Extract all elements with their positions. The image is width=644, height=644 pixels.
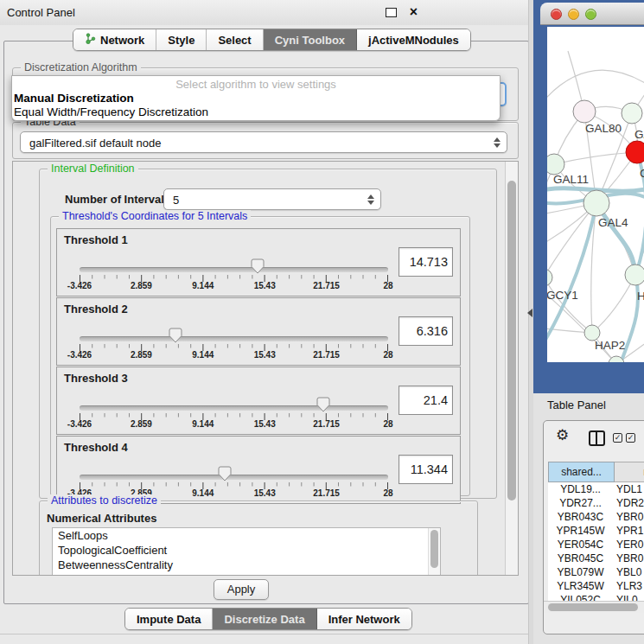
table-row[interactable]: YLR345WYLR3 <box>548 579 644 593</box>
node-label-gal4: GAL4 <box>598 216 628 229</box>
table-row[interactable]: YDR27...YDR2 <box>548 496 644 510</box>
network-node-gcy1[interactable] <box>547 269 552 286</box>
table-data-value: galFiltered.sif default node <box>29 136 161 149</box>
network-edge[interactable] <box>592 275 635 333</box>
tick-label: -3.426 <box>67 281 92 290</box>
table-hscrollbar-thumb[interactable] <box>548 603 638 611</box>
network-node-node-top-right[interactable] <box>622 103 642 124</box>
slider-track[interactable] <box>80 267 388 272</box>
tab-discretize-data[interactable]: Discretize Data <box>213 609 316 629</box>
tab-network[interactable]: Network <box>73 29 156 50</box>
network-edge[interactable] <box>554 152 637 164</box>
network-node-gal4[interactable] <box>583 190 609 216</box>
tick-label: 21.715 <box>313 281 340 290</box>
tick-label: 9.144 <box>192 281 214 290</box>
table-row[interactable]: YER054CYER0 <box>548 538 644 552</box>
tab-select[interactable]: Select <box>207 29 263 50</box>
tab-impute-data[interactable]: Impute Data <box>125 609 213 629</box>
slider-track[interactable] <box>80 405 388 411</box>
number-of-intervals-label: Number of Intervals <box>65 193 170 206</box>
table-row[interactable]: YPR145WYPR1 <box>548 524 644 538</box>
tick-label: 9.144 <box>192 350 214 360</box>
attribute-item-topologicalcoefficient[interactable]: TopologicalCoefficient <box>53 543 440 558</box>
combo-stepper-icon <box>494 137 501 148</box>
divider-collapse-handle[interactable] <box>527 309 532 317</box>
apply-button[interactable]: Apply <box>214 579 269 600</box>
tab-cyni-toolbox[interactable]: Cyni Toolbox <box>264 29 357 50</box>
network-canvas[interactable]: GAL80GACGAL11GAL4GCY1HHAP2 <box>547 27 644 362</box>
slider-track[interactable] <box>80 475 388 480</box>
threshold-value-field[interactable]: 14.713 <box>399 247 453 277</box>
slider-thumb[interactable] <box>316 397 330 412</box>
table-row[interactable]: YBL079WYBL0 <box>548 565 644 579</box>
threshold-value-field[interactable]: 21.4 <box>399 386 453 415</box>
numerical-attributes-list[interactable]: SelfLoopsTopologicalCoefficientBetweenne… <box>52 527 441 576</box>
network-node-gal80[interactable] <box>573 100 596 123</box>
number-of-intervals-combobox[interactable]: 5 <box>163 188 381 210</box>
algorithm-option-manual[interactable]: Manual Discretization <box>12 92 500 105</box>
tab-jactivemnodules[interactable]: jActiveMNodules <box>357 29 470 50</box>
node-label-gcy1: GCY1 <box>547 289 578 302</box>
screenshot-stage: Control Panel × NetworkStyleSelectCyni T… <box>0 0 644 644</box>
close-icon[interactable]: × <box>410 3 418 21</box>
minimize-window-icon[interactable] <box>568 9 579 20</box>
control-panel-title: Control Panel <box>7 6 75 19</box>
algorithm-dropdown-popup: Select algorithm to view settings Manual… <box>11 75 501 121</box>
column-layout-icon[interactable] <box>589 430 605 446</box>
close-window-icon[interactable] <box>551 9 562 20</box>
threshold-value-field[interactable]: 6.316 <box>399 316 453 346</box>
tick-label: 21.715 <box>313 488 340 498</box>
checkbox-icon[interactable]: ✓ <box>626 433 635 443</box>
network-window-titlebar[interactable] <box>540 3 644 25</box>
column-header-shared-name[interactable]: shared... <box>548 462 615 482</box>
slider-thumb[interactable] <box>218 466 232 481</box>
gear-icon[interactable]: ⚙ <box>556 426 569 444</box>
table-data-combobox[interactable]: galFiltered.sif default node <box>20 131 507 153</box>
control-panel-tabs: NetworkStyleSelectCyni ToolboxjActiveMNo… <box>73 29 471 51</box>
tab-style[interactable]: Style <box>156 29 207 50</box>
table-row[interactable]: YBR045CYBR0 <box>548 552 644 565</box>
threshold-box-3: Threshold 3-3.4262.8599.14415.4321.71528… <box>56 367 461 435</box>
cell-shared-name: YBR045C <box>548 552 613 565</box>
algorithm-option-equal-width[interactable]: Equal Width/Frequency Discretization <box>12 105 500 119</box>
threshold-box-1: Threshold 1-3.4262.8599.14415.4321.71528… <box>56 228 461 296</box>
slider-thumb[interactable] <box>251 258 265 274</box>
float-window-icon[interactable] <box>386 8 397 17</box>
tick-label: 15.43 <box>254 419 276 429</box>
threshold-boxes: Threshold 1-3.4262.8599.14415.4321.71528… <box>56 228 461 505</box>
settings-scrollbar-thumb[interactable] <box>507 181 516 501</box>
zoom-window-icon[interactable] <box>585 9 596 20</box>
table-hscrollbar-track[interactable] <box>544 601 644 613</box>
attribute-item-selfloops[interactable]: SelfLoops <box>53 528 440 543</box>
attributes-scrollbar-thumb[interactable] <box>430 530 438 568</box>
panel-bottom-divider <box>0 634 533 634</box>
network-node-red-node[interactable] <box>626 141 644 163</box>
tick-label: -3.426 <box>67 350 92 360</box>
tick-label: 9.144 <box>192 488 214 498</box>
slider-track[interactable] <box>80 336 388 341</box>
tick-label: 21.715 <box>313 350 340 360</box>
tab-label: jActiveMNodules <box>368 34 459 47</box>
checkbox-icon[interactable]: ✓ <box>613 433 622 443</box>
threshold-value-field[interactable]: 11.344 <box>399 455 453 484</box>
thresholds-group-title: Threshold's Coordinates for 5 Intervals <box>59 210 251 222</box>
table-row[interactable]: YDL19...YDL1 <box>548 482 644 496</box>
table-header: shared... na <box>548 462 644 482</box>
attribute-item-betweennesscentrality[interactable]: BetweennessCentrality <box>53 558 440 572</box>
attribute-items: SelfLoopsTopologicalCoefficientBetweenne… <box>53 528 440 572</box>
network-node-gal11[interactable] <box>547 154 564 175</box>
network-node-node-right-mid[interactable] <box>625 265 644 285</box>
tab-label: Impute Data <box>137 613 201 626</box>
attributes-scrollbar-track[interactable] <box>428 528 440 576</box>
tab-infer-network[interactable]: Infer Network <box>317 609 411 629</box>
tick-label: 28 <box>383 350 392 360</box>
cell-name: YBL0 <box>613 565 644 579</box>
column-header-name[interactable]: na <box>615 462 644 482</box>
node-label-ga: GA <box>634 128 644 141</box>
cell-shared-name: YPR145W <box>548 524 613 538</box>
table-row[interactable]: YBR043CYBR0 <box>548 510 644 524</box>
cell-name: YDL1 <box>613 482 644 496</box>
settings-scrollbar-track[interactable] <box>505 162 518 575</box>
slider-thumb[interactable] <box>169 328 182 343</box>
threshold-label: Threshold 4 <box>64 441 128 454</box>
